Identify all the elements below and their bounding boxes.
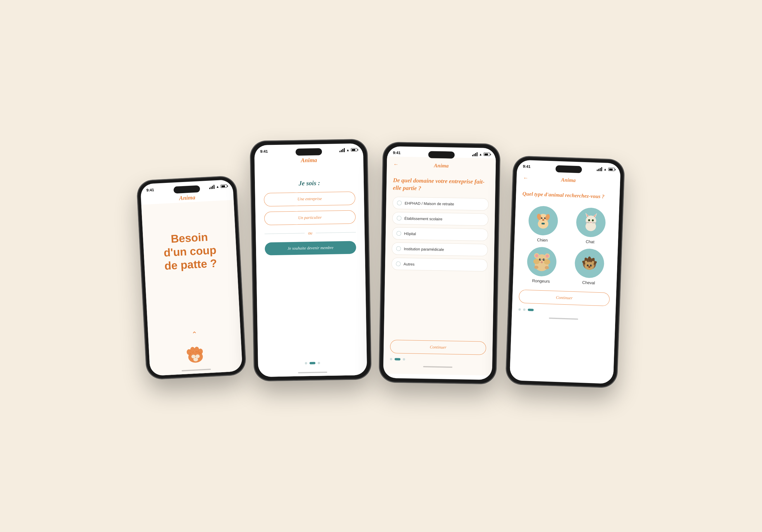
hero-line1: Besoin d'un coup de patte ? bbox=[163, 230, 217, 273]
dot4-2 bbox=[523, 308, 526, 311]
dot-3 bbox=[318, 362, 320, 364]
option-4[interactable]: Institution paramédicale bbox=[392, 242, 488, 256]
animal-name-rongeurs: Rongeurs bbox=[532, 278, 550, 283]
continue-btn-3[interactable]: Continuer bbox=[390, 340, 486, 355]
radio-circle-3 bbox=[397, 231, 401, 236]
logo-1: Anima bbox=[179, 192, 195, 202]
dot4-3-active bbox=[528, 309, 534, 311]
header-4: ← Anima bbox=[523, 172, 614, 188]
horse-svg bbox=[575, 250, 603, 277]
dots-indicator-4 bbox=[518, 308, 609, 314]
dot3-3 bbox=[403, 358, 405, 360]
option-2[interactable]: Établissement scolaire bbox=[392, 212, 489, 226]
option-label-2: Établissement scolaire bbox=[405, 216, 442, 221]
phone3-content: ← Anima De quel domaine votre entreprise… bbox=[383, 157, 496, 375]
option-label-5: Autres bbox=[404, 262, 415, 266]
signal-bars-2 bbox=[340, 148, 345, 152]
dot-2-active bbox=[310, 362, 315, 364]
option-3[interactable]: Hôpital bbox=[392, 227, 489, 241]
time-2: 9:41 bbox=[260, 149, 268, 154]
option-1[interactable]: EHPHAD / Maison de retraite bbox=[392, 197, 489, 211]
phone-3: 9:41 ▲ ← Anima De quel domaine votre ent… bbox=[379, 142, 500, 384]
status-icons-3: ▲ bbox=[472, 152, 490, 156]
phones-container: 9:41 ▲ Anima Besoin d' bbox=[117, 122, 645, 410]
phone1-bottom: ⌃ bbox=[180, 330, 211, 371]
animal-circle-chat bbox=[575, 207, 606, 238]
entreprise-btn[interactable]: Une entreprise bbox=[264, 191, 355, 206]
time-3: 9:41 bbox=[393, 150, 401, 155]
animal-chat[interactable]: Chat bbox=[569, 207, 613, 245]
radio-circle-4 bbox=[396, 246, 401, 251]
cat-svg bbox=[577, 209, 604, 236]
animal-cheval[interactable]: Cheval bbox=[567, 248, 611, 286]
time-1: 9:41 bbox=[146, 188, 154, 192]
logo-3: Anima bbox=[434, 160, 449, 170]
phone1-content: Besoin d'un coup de patte ? ⌃ bbox=[141, 200, 243, 376]
section-label: Je sois : bbox=[298, 179, 320, 187]
phone-1-screen: 9:41 ▲ Anima Besoin d' bbox=[140, 180, 243, 376]
battery-icon-3 bbox=[484, 153, 490, 156]
phone-4-screen: 9:41 ▲ ← Anima Quel type d'animal recher… bbox=[509, 160, 621, 384]
radio-circle-5 bbox=[396, 261, 401, 266]
hero-text: Besoin d'un coup de patte ? bbox=[163, 230, 217, 273]
animal-name-chien: Chien bbox=[537, 238, 548, 243]
status-icons-1: ▲ bbox=[209, 184, 227, 189]
option-label-1: EHPHAD / Maison de retraite bbox=[405, 201, 454, 206]
header-3: ← Anima bbox=[393, 158, 490, 173]
home-indicator-4 bbox=[549, 318, 578, 320]
svg-rect-18 bbox=[541, 223, 545, 225]
logo-4: Anima bbox=[561, 175, 576, 185]
home-indicator-3 bbox=[423, 366, 452, 368]
wifi-icon-3: ▲ bbox=[479, 152, 482, 156]
status-icons-2: ▲ bbox=[340, 148, 357, 152]
back-arrow-4[interactable]: ← bbox=[523, 175, 528, 182]
paw-illustration bbox=[182, 340, 209, 365]
membre-btn[interactable]: Je souhaite devenir membre bbox=[265, 241, 356, 255]
animal-chien[interactable]: Chien bbox=[521, 205, 565, 243]
phone4-content: ← Anima Quel type d'animal recherchez-vo… bbox=[510, 170, 620, 380]
dots-indicator-3 bbox=[390, 358, 486, 362]
option-5[interactable]: Autres bbox=[392, 258, 488, 271]
battery-icon-1 bbox=[221, 184, 227, 188]
back-arrow-3[interactable]: ← bbox=[393, 161, 399, 167]
phone2-content: Je sois : Une entreprise Un particulier … bbox=[255, 164, 367, 377]
phone-2: 9:41 ▲ Anima Je sois : Une entreprise Un… bbox=[250, 139, 371, 381]
animal-circle-cheval bbox=[574, 249, 604, 278]
animal-circle-rongeurs bbox=[526, 247, 557, 277]
continue-btn-4[interactable]: Continuer bbox=[518, 290, 610, 306]
option-label-4: Institution paramédicale bbox=[404, 246, 444, 251]
signal-bars-3 bbox=[472, 152, 478, 156]
dynamic-island-4 bbox=[556, 165, 582, 173]
question-3: De quel domaine votre entreprise fait-el… bbox=[393, 176, 489, 193]
phone-3-screen: 9:41 ▲ ← Anima De quel domaine votre ent… bbox=[383, 146, 496, 380]
dot-1 bbox=[305, 362, 307, 364]
divider: ou bbox=[265, 230, 356, 236]
home-indicator-1 bbox=[182, 369, 211, 371]
particulier-btn[interactable]: Un particulier bbox=[264, 210, 356, 225]
dot4-1 bbox=[518, 308, 521, 311]
home-indicator-2 bbox=[298, 372, 327, 373]
dynamic-island-2 bbox=[296, 148, 322, 156]
logo-2: Anima bbox=[301, 155, 317, 165]
dots-indicator-2 bbox=[305, 362, 320, 364]
radio-options: EHPHAD / Maison de retraite Établissemen… bbox=[390, 197, 489, 338]
animal-rongeurs[interactable]: Rongeurs bbox=[519, 246, 564, 284]
phone-2-screen: 9:41 ▲ Anima Je sois : Une entreprise Un… bbox=[254, 143, 367, 377]
wifi-icon-4: ▲ bbox=[604, 167, 607, 171]
dot3-1 bbox=[390, 358, 392, 360]
battery-icon-4 bbox=[608, 168, 615, 171]
dot3-2-active bbox=[395, 358, 400, 360]
hamster-svg bbox=[528, 248, 555, 275]
animal-name-cheval: Cheval bbox=[582, 280, 595, 285]
chevron-up-icon: ⌃ bbox=[191, 331, 197, 338]
signal-bars-1 bbox=[209, 185, 215, 189]
status-icons-4: ▲ bbox=[597, 167, 615, 172]
time-4: 9:41 bbox=[523, 164, 531, 169]
phone-4: 9:41 ▲ ← Anima Quel type d'animal recher… bbox=[506, 156, 625, 388]
animal-circle-chien bbox=[528, 206, 558, 236]
question-4: Quel type d'animal recherchez-vous ? bbox=[522, 190, 613, 200]
animal-grid: Chien bbox=[519, 205, 613, 286]
radio-circle-2 bbox=[397, 216, 402, 220]
dog-svg bbox=[529, 207, 557, 234]
wifi-icon-1: ▲ bbox=[216, 185, 219, 189]
